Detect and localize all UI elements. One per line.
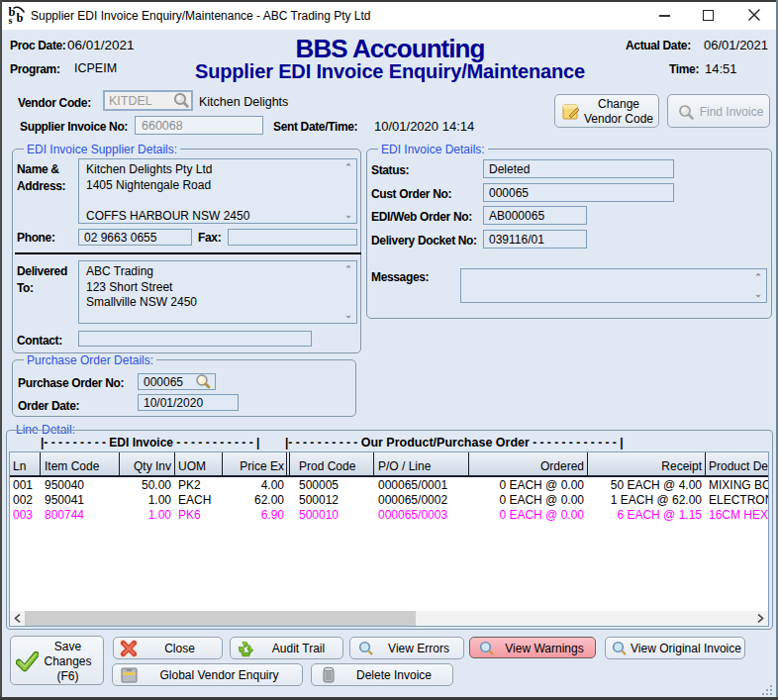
svg-text:s: s <box>9 15 13 26</box>
svg-text:b: b <box>17 11 24 25</box>
